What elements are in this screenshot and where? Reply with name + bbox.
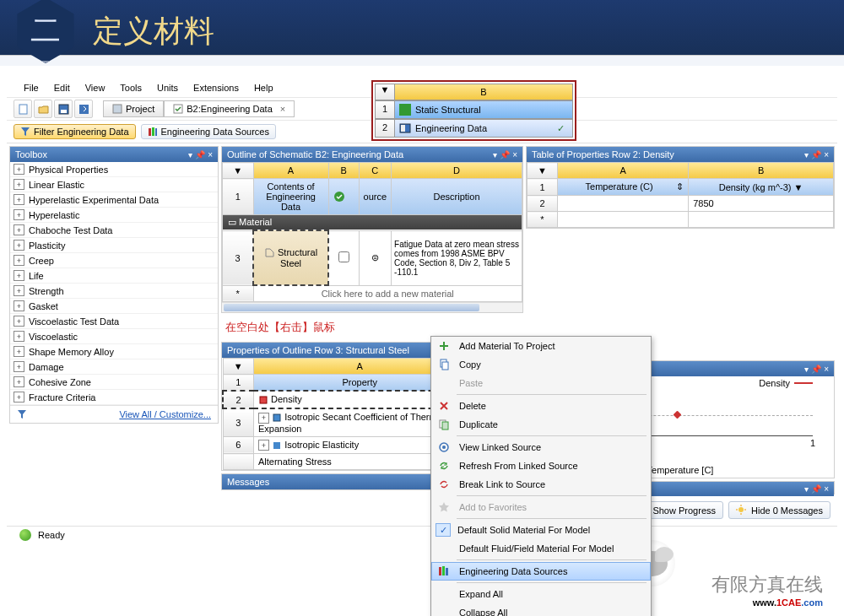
expand-icon[interactable]: +: [14, 361, 24, 372]
menu-tools[interactable]: Tools: [120, 83, 142, 93]
toolbox-item[interactable]: +Linear Elastic: [10, 177, 218, 192]
open-icon[interactable]: [34, 100, 52, 118]
expand-icon[interactable]: +: [14, 240, 24, 251]
schematic-arrow-cell[interactable]: ▼: [376, 84, 395, 100]
saveas-icon[interactable]: [74, 100, 93, 118]
context-menu-item[interactable]: Add Material To Project: [431, 337, 651, 355]
expand-icon[interactable]: +: [14, 179, 24, 190]
context-menu-item[interactable]: Delete: [431, 397, 651, 415]
expand-icon[interactable]: +: [14, 331, 24, 342]
expand-icon[interactable]: +: [14, 224, 24, 235]
pin-icon[interactable]: 📌: [500, 150, 510, 159]
menu-units[interactable]: Units: [157, 83, 178, 93]
toolbox-item[interactable]: +Physical Properties: [10, 162, 218, 177]
new-icon[interactable]: [14, 100, 32, 118]
toolbox-item[interactable]: +Cohesive Zone: [10, 375, 218, 390]
dropdown-icon[interactable]: ▾: [804, 150, 809, 159]
dropdown-icon[interactable]: ▾: [188, 150, 192, 159]
toolbox-item[interactable]: +Chaboche Test Data: [10, 223, 218, 238]
toolbox-item[interactable]: +Shape Memory Alloy: [10, 344, 218, 359]
dropdown-icon[interactable]: ▾: [804, 365, 809, 374]
menu-view[interactable]: View: [85, 83, 106, 93]
temperature-cell[interactable]: [558, 196, 689, 212]
engineering-data-sources-button[interactable]: Engineering Data Sources: [141, 124, 276, 139]
menu-file[interactable]: File: [24, 83, 39, 93]
include-checkbox[interactable]: [328, 230, 359, 285]
context-menu-item[interactable]: View Linked Source: [431, 438, 651, 457]
sun-icon: [736, 505, 747, 516]
expand-icon[interactable]: +: [14, 194, 24, 205]
material-group-header[interactable]: ▭ Material: [223, 215, 522, 230]
close-icon[interactable]: ×: [280, 104, 285, 114]
menu-help[interactable]: Help: [254, 83, 273, 93]
expand-icon[interactable]: +: [14, 376, 24, 387]
density-cell[interactable]: 7850: [689, 196, 834, 212]
toolbox-item[interactable]: +Viscoelastic Test Data: [10, 314, 218, 329]
outline-grid[interactable]: ▼ABCD 1Contents of Engineering Dataource…: [222, 162, 522, 302]
toolbox-item-label: Hyperelastic: [29, 210, 80, 220]
close-icon[interactable]: ×: [824, 365, 829, 374]
menu-edit[interactable]: Edit: [54, 83, 70, 93]
toolbox-item[interactable]: +Life: [10, 268, 218, 284]
hide-messages-button[interactable]: Hide 0 Messages: [728, 501, 830, 519]
expand-icon[interactable]: +: [14, 392, 24, 403]
context-menu-item[interactable]: ✓Default Solid Material For Model: [431, 521, 651, 539]
toolbox-item[interactable]: +Hyperelastic Experimental Data: [10, 192, 218, 208]
dropdown-icon[interactable]: ▾: [804, 484, 809, 494]
toolbox-item[interactable]: +Fracture Criteria: [10, 390, 218, 405]
outline-panel-header: Outline of Schematic B2: Engineering Dat…: [222, 147, 522, 162]
context-menu-item[interactable]: Refresh From Linked Source: [431, 457, 651, 475]
toolbox-item[interactable]: +Hyperelastic: [10, 208, 218, 223]
pin-icon[interactable]: 📌: [811, 150, 821, 159]
tab-project[interactable]: Project: [103, 100, 164, 117]
toolbox-item-label: Gasket: [29, 301, 58, 311]
material-structural-steel[interactable]: Structural Steel: [253, 230, 328, 285]
close-icon[interactable]: ×: [512, 150, 517, 159]
close-icon[interactable]: ×: [208, 150, 213, 159]
toolbox-item[interactable]: +Creep: [10, 253, 218, 268]
toolbox-item[interactable]: +Viscoelastic: [10, 329, 218, 344]
close-icon[interactable]: ×: [824, 484, 829, 494]
books-icon: [148, 127, 158, 137]
view-all-customize-link[interactable]: View All / Customize...: [119, 409, 211, 419]
pin-icon[interactable]: 📌: [811, 484, 821, 494]
link-icon[interactable]: ⊜: [359, 230, 392, 285]
add-material-hint[interactable]: Click here to add a new material: [253, 285, 522, 302]
context-menu-item[interactable]: Default Fluid/Field Material For Model: [431, 539, 651, 543]
schematic-item-engdata[interactable]: Engineering Data ✓: [395, 120, 572, 137]
filter-engineering-data-button[interactable]: Filter Engineering Data: [14, 124, 136, 139]
context-menu-item[interactable]: Duplicate: [431, 415, 651, 434]
dropdown-icon[interactable]: ▾: [493, 150, 497, 159]
toolbox-item-label: Chaboche Test Data: [29, 225, 112, 235]
expand-icon[interactable]: +: [14, 255, 24, 266]
toolbox-item[interactable]: +Gasket: [10, 299, 218, 314]
tag-icon[interactable]: [328, 179, 359, 215]
description-header: Description: [392, 179, 522, 215]
expand-icon[interactable]: +: [14, 346, 24, 357]
filter-icon[interactable]: [17, 409, 27, 419]
toolbox-item[interactable]: +Plasticity: [10, 238, 218, 253]
corner-arrow[interactable]: ▼: [528, 163, 558, 179]
corner-arrow[interactable]: ▼: [223, 359, 254, 375]
close-icon[interactable]: ×: [824, 150, 829, 159]
toolbox-item[interactable]: +Strength: [10, 284, 218, 299]
expand-icon[interactable]: +: [14, 209, 24, 220]
schematic-item-static[interactable]: Static Structural: [395, 101, 572, 118]
expand-icon[interactable]: +: [14, 316, 24, 327]
context-menu-item[interactable]: Copy: [431, 355, 651, 374]
save-icon[interactable]: [54, 100, 73, 118]
pin-icon[interactable]: 📌: [195, 150, 205, 159]
corner-arrow[interactable]: ▼: [223, 163, 254, 179]
density-table[interactable]: ▼AB 1Temperature (C) ⇕Density (kg m^-3) …: [527, 162, 834, 228]
pin-icon[interactable]: 📌: [811, 365, 821, 374]
expand-icon[interactable]: +: [14, 164, 24, 175]
expand-icon[interactable]: +: [14, 285, 24, 296]
context-menu-item[interactable]: Break Link to Source: [431, 475, 651, 494]
tab-b2-engineering-data[interactable]: B2:Engineering Data×: [164, 100, 295, 117]
toolbox-item-label: Shape Memory Alloy: [29, 347, 114, 357]
menu-extensions[interactable]: Extensions: [193, 83, 239, 93]
expand-icon[interactable]: +: [14, 300, 24, 311]
toolbox-item[interactable]: +Damage: [10, 359, 218, 375]
density-header: Density (kg m^-3) ▼: [689, 179, 834, 196]
expand-icon[interactable]: +: [14, 270, 24, 281]
